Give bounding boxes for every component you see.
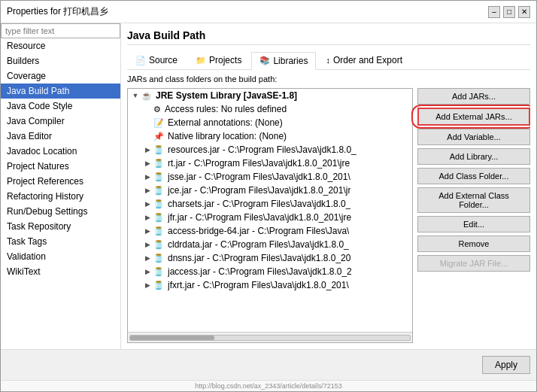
- tree-toggle[interactable]: ▶: [143, 254, 152, 262]
- tree-toggle[interactable]: ▶: [143, 241, 152, 248]
- tab-source[interactable]: 📄Source: [127, 51, 186, 69]
- tree-item[interactable]: ▶🫙rt.jar - C:\Program Files\Java\jdk1.8.…: [128, 156, 412, 170]
- jar-icon: 🫙: [153, 172, 164, 182]
- sidebar-item-refactoring-history[interactable]: Refactoring History: [1, 189, 120, 204]
- button-wrapper-add-jars: Add JARs...: [417, 88, 530, 105]
- tree-item[interactable]: ▶🫙charsets.jar - C:\Program Files\Java\j…: [128, 197, 412, 211]
- sidebar-item-coverage[interactable]: Coverage: [1, 68, 120, 84]
- tree-toggle[interactable]: [143, 132, 152, 140]
- button-wrapper-add-library: Add Library...: [417, 148, 530, 165]
- tree-item[interactable]: ▶🫙dnsns.jar - C:\Program Files\Java\jdk1…: [128, 251, 412, 265]
- tree-item[interactable]: ▼☕JRE System Library [JavaSE-1.8]: [128, 89, 412, 102]
- tree-toggle[interactable]: ▶: [143, 200, 152, 208]
- add-ext-class-folder-button[interactable]: Add External Class Folder...: [417, 187, 530, 213]
- tree-toggle[interactable]: ▶: [143, 160, 152, 167]
- filter-input[interactable]: [1, 23, 120, 38]
- tree-toggle[interactable]: ▼: [131, 92, 140, 99]
- tree-toggle[interactable]: ▶: [143, 281, 152, 289]
- tree-item[interactable]: ▶🫙jce.jar - C:\Program Files\Java\jdk1.8…: [128, 184, 412, 197]
- minimize-button[interactable]: –: [488, 6, 500, 18]
- add-variable-button[interactable]: Add Variable...: [417, 129, 530, 145]
- window-controls: – □ ✕: [488, 6, 530, 18]
- sidebar-item-task-tags[interactable]: Task Tags: [1, 234, 120, 249]
- jar-icon: 🫙: [153, 267, 164, 277]
- jar-icon: 🫙: [153, 186, 164, 196]
- sidebar-item-run-debug-settings[interactable]: Run/Debug Settings: [1, 204, 120, 219]
- tree-toggle[interactable]: ▶: [143, 146, 152, 153]
- sidebar-item-java-code-style[interactable]: Java Code Style: [1, 99, 120, 114]
- projects-icon: 📁: [196, 56, 206, 65]
- jar-icon: 📝: [153, 118, 164, 128]
- tree-item[interactable]: ▶🫙access-bridge-64.jar - C:\Program File…: [128, 224, 412, 238]
- add-external-jars-button[interactable]: Add External JARs...: [417, 108, 530, 126]
- sidebar-item-javadoc-location[interactable]: Javadoc Location: [1, 144, 120, 159]
- tree-item[interactable]: ▶🫙jaccess.jar - C:\Program Files\Java\jd…: [128, 265, 412, 278]
- tree-item-label: Native library location: (None): [168, 131, 287, 141]
- right-panel: Java Build Path 📄Source📁Projects📚Librari…: [121, 23, 536, 349]
- tab-libraries[interactable]: 📚Libraries: [251, 52, 316, 70]
- jar-icon: 🫙: [153, 199, 164, 209]
- edit-button[interactable]: Edit...: [417, 216, 530, 232]
- button-wrapper-add-variable: Add Variable...: [417, 129, 530, 145]
- button-wrapper-add-ext-class-folder: Add External Class Folder...: [417, 187, 530, 213]
- migrate-jar-button: Migrate JAR File...: [417, 255, 530, 272]
- properties-dialog: Properties for 打印机昌乡 – □ ✕ ResourceBuild…: [0, 0, 537, 392]
- sidebar-item-project-natures[interactable]: Project Natures: [1, 159, 120, 174]
- button-wrapper-add-external-jars: Add External JARs...: [417, 108, 530, 126]
- sidebar-item-validation[interactable]: Validation: [1, 249, 120, 264]
- tab-label-projects: Projects: [209, 55, 241, 65]
- add-class-folder-button[interactable]: Add Class Folder...: [417, 168, 530, 184]
- tree-toggle[interactable]: ▶: [143, 187, 152, 194]
- order-icon: ↕: [326, 56, 330, 65]
- source-icon: 📄: [135, 56, 146, 65]
- tree-item[interactable]: ▶🫙jsse.jar - C:\Program Files\Java\jdk1.…: [128, 170, 412, 184]
- jar-icon: 🫙: [153, 159, 164, 169]
- sidebar-item-java-editor[interactable]: Java Editor: [1, 129, 120, 144]
- tree-toggle[interactable]: [143, 105, 152, 113]
- apply-button[interactable]: Apply: [482, 356, 530, 374]
- sidebar-item-java-build-path[interactable]: Java Build Path: [1, 84, 120, 99]
- watermark: http://blog.csdn.net/ax_2343/article/det…: [1, 380, 536, 391]
- maximize-button[interactable]: □: [503, 6, 515, 18]
- jar-icon: 📌: [153, 132, 164, 141]
- tree-scroll[interactable]: ▼☕JRE System Library [JavaSE-1.8]⚙Access…: [128, 89, 412, 332]
- remove-button[interactable]: Remove: [417, 236, 530, 252]
- sidebar-item-java-compiler[interactable]: Java Compiler: [1, 114, 120, 129]
- tree-item[interactable]: ▶🫙jfr.jar - C:\Program Files\Java\jdk1.8…: [128, 211, 412, 224]
- tree-toggle[interactable]: ▶: [143, 268, 152, 275]
- tree-item-label: rt.jar - C:\Program Files\Java\jdk1.8.0_…: [168, 158, 350, 169]
- sidebar-item-wikitext[interactable]: WikiText: [1, 264, 120, 279]
- panel-title: Java Build Path: [127, 29, 530, 45]
- tree-item[interactable]: ⚙Access rules: No rules defined: [128, 102, 412, 116]
- hscroll-thumb: [130, 336, 214, 340]
- jre-icon: ☕: [141, 91, 152, 101]
- sidebar-item-task-repository[interactable]: Task Repository: [1, 219, 120, 234]
- tree-item[interactable]: 📌Native library location: (None): [128, 129, 412, 143]
- tree-item[interactable]: ▶🫙jfxrt.jar - C:\Program Files\Java\jdk1…: [128, 278, 412, 292]
- tree-toggle[interactable]: [143, 119, 152, 126]
- tab-label-libraries: Libraries: [273, 56, 308, 66]
- add-jars-button[interactable]: Add JARs...: [417, 88, 530, 105]
- tree-item-label: External annotations: (None): [168, 117, 283, 128]
- tree-toggle[interactable]: ▶: [143, 214, 152, 221]
- tab-projects[interactable]: 📁Projects: [187, 51, 250, 69]
- tree-item[interactable]: ▶🫙resources.jar - C:\Program Files\Java\…: [128, 143, 412, 156]
- main-content: ResourceBuildersCoverageJava Build PathJ…: [1, 23, 536, 349]
- sidebar-item-resource[interactable]: Resource: [1, 38, 120, 53]
- tab-order-and-export[interactable]: ↕Order and Export: [317, 51, 411, 69]
- tree-item-label: Access rules: No rules defined: [165, 104, 287, 114]
- tree-item[interactable]: ▶🫙cldrdata.jar - C:\Program Files\Java\j…: [128, 238, 412, 251]
- tree-toggle[interactable]: ▶: [143, 173, 152, 181]
- window-title: Properties for 打印机昌乡: [7, 5, 108, 18]
- button-wrapper-edit: Edit...: [417, 216, 530, 232]
- close-button[interactable]: ✕: [518, 6, 530, 18]
- sidebar-item-project-references[interactable]: Project References: [1, 174, 120, 189]
- horizontal-scrollbar[interactable]: [128, 332, 412, 342]
- sidebar-item-builders[interactable]: Builders: [1, 53, 120, 68]
- tree-area: ▼☕JRE System Library [JavaSE-1.8]⚙Access…: [127, 88, 413, 343]
- tree-item-label: cldrdata.jar - C:\Program Files\Java\jdk…: [168, 239, 349, 250]
- tree-toggle[interactable]: ▶: [143, 227, 152, 235]
- add-library-button[interactable]: Add Library...: [417, 148, 530, 165]
- tree-item-label: jaccess.jar - C:\Program Files\Java\jdk1…: [168, 266, 352, 277]
- tree-item[interactable]: 📝External annotations: (None): [128, 116, 412, 129]
